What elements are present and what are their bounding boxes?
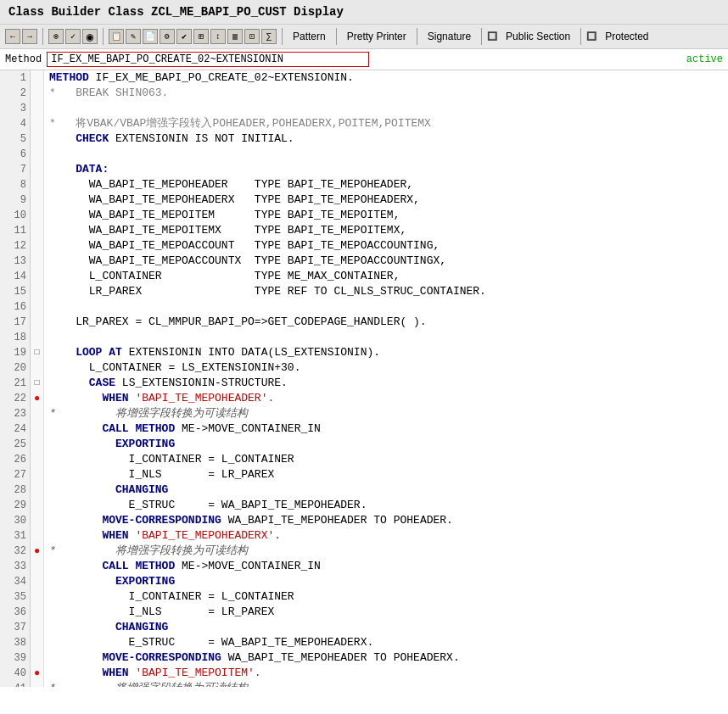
code-content[interactable]: METHOD IF_EX_ME_BAPI_PO_CREATE_02~EXTENS… [44, 70, 728, 687]
activate-icon[interactable]: ◉ [82, 29, 98, 44]
table-row[interactable] [44, 101, 728, 116]
breakpoint-cell[interactable] [31, 620, 43, 635]
breakpoint-cell[interactable] [31, 254, 43, 269]
reload-icon[interactable]: ⊗ [48, 29, 64, 44]
table-row[interactable]: CASE LS_EXTENSIONIN-STRUCTURE. [44, 376, 728, 391]
back-icon[interactable]: ← [5, 29, 20, 44]
table-row[interactable]: WHEN 'BAPI_TE_MEPOITEM'. [44, 666, 728, 681]
breakpoint-cell[interactable] [31, 101, 43, 116]
table-row[interactable]: CHANGING [44, 620, 728, 635]
table-row[interactable]: WHEN 'BAPI_TE_MEPOHEADER'. [44, 391, 728, 406]
breakpoint-cell[interactable] [31, 589, 43, 605]
breakpoint-cell[interactable]: ● [31, 666, 43, 681]
table-row[interactable]: I_CONTAINER = L_CONTAINER [44, 452, 728, 467]
breakpoint-cell[interactable]: ● [31, 544, 43, 559]
table-row[interactable]: WHEN 'BAPI_TE_MEPOHEADERX'. [44, 528, 728, 544]
breakpoint-cell[interactable] [31, 131, 43, 147]
edit-icon[interactable]: ✎ [126, 29, 141, 44]
breakpoint-cell[interactable] [31, 452, 43, 467]
breakpoint-cell[interactable] [31, 528, 43, 544]
breakpoint-cell[interactable] [31, 177, 43, 192]
breakpoint-cell[interactable] [31, 330, 43, 345]
breakpoint-cell[interactable] [31, 147, 43, 162]
table-row[interactable]: MOVE-CORRESPONDING WA_BAPI_TE_MEPOHEADER… [44, 650, 728, 666]
table-row[interactable]: LR_PAREX TYPE REF TO CL_NLS_STRUC_CONTAI… [44, 284, 728, 299]
table-row[interactable]: WA_BAPI_TE_MEPOITEM TYPE BAPI_TE_MEPOITE… [44, 208, 728, 223]
breakpoint-cell[interactable] [31, 284, 43, 299]
breakpoint-cell[interactable] [31, 635, 43, 650]
breakpoint-cell[interactable] [31, 86, 43, 101]
table-row[interactable]: WA_BAPI_TE_MEPOHEADERX TYPE BAPI_TE_MEPO… [44, 192, 728, 208]
table-row[interactable]: * 将增强字段转换为可读结构 [44, 406, 728, 421]
breakpoint-cell[interactable] [31, 315, 43, 330]
sum-icon[interactable]: ∑ [261, 29, 277, 44]
table-row[interactable]: WA_BAPI_TE_MEPOACCOUNT TYPE BAPI_TE_MEPO… [44, 238, 728, 254]
breakpoint-cell[interactable] [31, 299, 43, 315]
breakpoint-cell[interactable] [31, 421, 43, 437]
table-row[interactable]: DATA: [44, 162, 728, 177]
table-row[interactable]: * 将VBAK/VBAP增强字段转入POHEADER,POHEADERX,POI… [44, 116, 728, 131]
protected-button[interactable]: Protected [600, 29, 653, 44]
table-row[interactable]: WA_BAPI_TE_MEPOACCOUNTX TYPE BAPI_TE_MEP… [44, 254, 728, 269]
breakpoint-cell[interactable] [31, 208, 43, 223]
table-row[interactable]: CALL METHOD ME->MOVE_CONTAINER_IN [44, 559, 728, 574]
table-row[interactable]: * 将增强字段转换为可读结构 [44, 681, 728, 687]
breakpoint-cell[interactable] [31, 360, 43, 376]
breakpoint-cell[interactable] [31, 192, 43, 208]
breakpoint-cell[interactable] [31, 406, 43, 421]
signature-button[interactable]: Signature [423, 29, 476, 44]
table-row[interactable]: I_NLS = LR_PAREX [44, 467, 728, 483]
table-row[interactable]: EXPORTING [44, 574, 728, 589]
breakpoint-cell[interactable]: ● [31, 391, 43, 406]
table-row[interactable]: E_STRUC = WA_BAPI_TE_MEPOHEADER. [44, 498, 728, 513]
breakpoint-cell[interactable] [31, 483, 43, 498]
debug-icon[interactable]: ⊡ [244, 29, 260, 44]
breakpoint-cell[interactable] [31, 437, 43, 452]
validate-icon[interactable]: ✔ [176, 29, 192, 44]
table-row[interactable]: CHANGING [44, 483, 728, 498]
public-section-button[interactable]: Public Section [501, 29, 575, 44]
table-row[interactable]: METHOD IF_EX_ME_BAPI_PO_CREATE_02~EXTENS… [44, 70, 728, 86]
table-row[interactable]: MOVE-CORRESPONDING WA_BAPI_TE_MEPOHEADER… [44, 513, 728, 528]
table-row[interactable]: * BREAK SHIN063. [44, 86, 728, 101]
forward-icon[interactable]: → [22, 29, 37, 44]
table-row[interactable]: CHECK EXTENSIONIN IS NOT INITIAL. [44, 131, 728, 147]
table-row[interactable]: I_CONTAINER = L_CONTAINER [44, 589, 728, 605]
breakpoint-cell[interactable]: □ [31, 376, 43, 391]
breakpoint-cell[interactable] [31, 116, 43, 131]
table-row[interactable]: L_CONTAINER TYPE ME_MAX_CONTAINER, [44, 269, 728, 284]
breakpoint-cell[interactable] [31, 269, 43, 284]
doc-icon[interactable]: 📄 [143, 29, 158, 44]
method-input[interactable] [47, 52, 369, 67]
table-row[interactable]: E_STRUC = WA_BAPI_TE_MEPOHEADERX. [44, 635, 728, 650]
table-row[interactable]: LOOP AT EXTENSIONIN INTO DATA(LS_EXTENSI… [44, 345, 728, 360]
table-row[interactable]: WA_BAPI_TE_MEPOHEADER TYPE BAPI_TE_MEPOH… [44, 177, 728, 192]
table-row[interactable]: * 将增强字段转换为可读结构 [44, 544, 728, 559]
settings-icon[interactable]: ⚙ [160, 29, 175, 44]
table-row[interactable]: L_CONTAINER = LS_EXTENSIONIN+30. [44, 360, 728, 376]
table-row[interactable] [44, 299, 728, 315]
table-row[interactable]: WA_BAPI_TE_MEPOITEMX TYPE BAPI_TE_MEPOIT… [44, 223, 728, 238]
breakpoint-cell[interactable] [31, 681, 43, 687]
breakpoint-cell[interactable] [31, 605, 43, 620]
table-row[interactable]: CALL METHOD ME->MOVE_CONTAINER_IN [44, 421, 728, 437]
breakpoint-cell[interactable] [31, 559, 43, 574]
pretty-printer-button[interactable]: Pretty Printer [342, 29, 412, 44]
table-row[interactable] [44, 147, 728, 162]
grid-icon[interactable]: ⊞ [193, 29, 209, 44]
breakpoint-cell[interactable] [31, 70, 43, 86]
breakpoint-cell[interactable]: □ [31, 345, 43, 360]
breakpoint-cell[interactable] [31, 650, 43, 666]
breakpoint-cell[interactable] [31, 498, 43, 513]
table-row[interactable] [44, 330, 728, 345]
breakpoint-cell[interactable] [31, 467, 43, 483]
breakpoint-cell[interactable] [31, 162, 43, 177]
layout-icon[interactable]: ▥ [227, 29, 243, 44]
copy-icon[interactable]: 📋 [109, 29, 124, 44]
pattern-button[interactable]: Pattern [288, 29, 331, 44]
breakpoint-cell[interactable] [31, 574, 43, 589]
breakpoint-cell[interactable] [31, 238, 43, 254]
table-row[interactable]: EXPORTING [44, 437, 728, 452]
breakpoint-cell[interactable] [31, 223, 43, 238]
sort-icon[interactable]: ↕ [210, 29, 226, 44]
